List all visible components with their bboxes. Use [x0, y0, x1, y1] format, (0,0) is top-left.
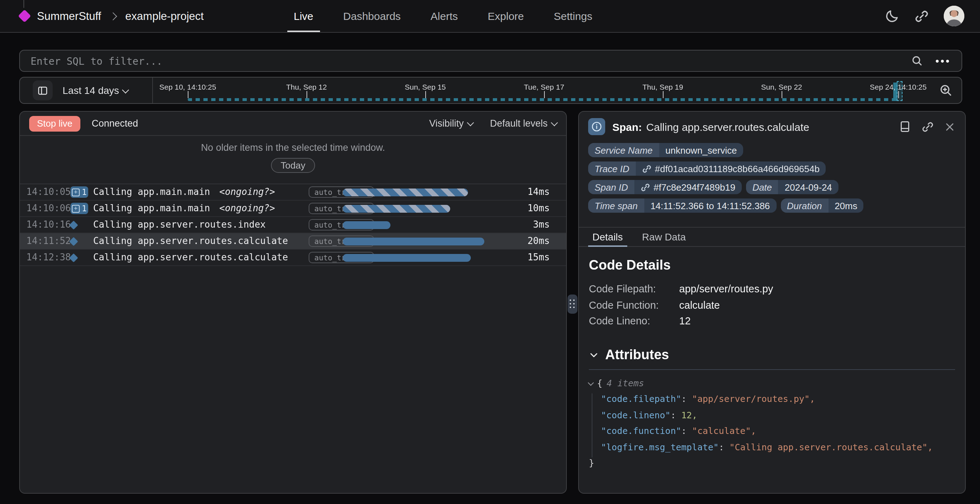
- live-panel-header: Stop live Connected Visibility Default l…: [20, 112, 566, 136]
- attributes-section-toggle[interactable]: Attributes: [589, 347, 955, 362]
- sql-filter-input[interactable]: [29, 54, 911, 67]
- badge-row: Service Nameunknown_service: [588, 143, 956, 157]
- log-row[interactable]: 14:11:52Calling app.server.routes.calcul…: [20, 233, 566, 250]
- attribute-entry: "code.lineno": 12,: [589, 407, 955, 423]
- primary-nav: LiveDashboardsAlertsExploreSettings: [287, 0, 599, 32]
- timeline-tick-mark: [307, 91, 307, 98]
- tab-alerts[interactable]: Alerts: [424, 0, 465, 32]
- log-message-suffix: <ongoing?>: [220, 203, 275, 214]
- tab-explore[interactable]: Explore: [482, 0, 531, 32]
- project-name[interactable]: example-project: [125, 10, 204, 22]
- badge-label: Time span: [588, 198, 644, 213]
- org-name[interactable]: SummerStuff: [37, 10, 101, 22]
- zoom-in-icon[interactable]: [939, 83, 953, 97]
- timeline-bar: Last 14 days Sep 10, 14:10:25Thu, Sep 12…: [19, 77, 962, 104]
- duration-label: 3ms: [533, 217, 550, 233]
- link-icon[interactable]: [641, 182, 650, 192]
- log-timestamp: 14:11:52: [26, 233, 71, 249]
- tab-settings[interactable]: Settings: [547, 0, 598, 32]
- visibility-dropdown[interactable]: Visibility: [429, 118, 473, 129]
- span-diamond-icon: [69, 253, 78, 262]
- chevron-down-icon: [551, 119, 558, 126]
- panel-resize-handle[interactable]: [568, 295, 578, 314]
- badge-value: #f7c8e294f7489b19: [634, 180, 742, 194]
- link-icon[interactable]: [642, 164, 651, 173]
- code-detail-row: Code Lineno:12: [589, 313, 955, 329]
- log-rows: 14:10:05+1Calling app.main.main<ongoing?…: [20, 184, 566, 266]
- expand-children-badge[interactable]: +1: [70, 203, 88, 214]
- tab-details[interactable]: Details: [588, 228, 627, 246]
- timeline-track[interactable]: Sep 10, 14:10:25Thu, Sep 12Sun, Sep 15Tu…: [20, 78, 961, 103]
- json-key: "code.lineno": [601, 409, 671, 420]
- badge-label: Span ID: [588, 180, 634, 194]
- tab-raw-data[interactable]: Raw Data: [638, 228, 690, 246]
- copy-span-link-icon[interactable]: [922, 121, 934, 133]
- badge-row: Span ID #f7c8e294f7489b19Date2024-09-24: [588, 180, 956, 194]
- chevron-down-icon: [467, 119, 474, 126]
- span-diamond-icon: [69, 236, 78, 246]
- more-options-icon[interactable]: •••: [935, 57, 951, 64]
- dark-mode-toggle-icon[interactable]: [885, 8, 900, 24]
- json-entries: "code.filepath": "app/server/routes.py",…: [589, 391, 955, 455]
- code-details-heading: Code Details: [589, 257, 955, 273]
- badge-label: Date: [746, 180, 778, 194]
- badge-value-text: #f7c8e294f7489b19: [654, 182, 735, 192]
- span-meta-badges: Service Nameunknown_serviceTrace ID #df0…: [579, 141, 965, 213]
- badge-value: 2024-09-24: [778, 180, 838, 194]
- span-diamond-icon: [69, 220, 78, 229]
- badge-row: Time span14:11:52.366 to 14:11:52.386Dur…: [588, 198, 956, 213]
- json-colon: :: [681, 426, 692, 436]
- timeline-activity-line: [188, 98, 898, 101]
- child-count: 1: [82, 203, 87, 214]
- user-avatar[interactable]: [944, 6, 964, 26]
- meta-badge-duration: Duration20ms: [781, 198, 864, 213]
- log-message: Calling app.main.main<ongoing?>: [93, 184, 275, 200]
- code-detail-value: 12: [679, 313, 690, 329]
- json-collapse-icon[interactable]: [588, 380, 594, 386]
- timeline-tick-label: Sun, Sep 22: [761, 83, 802, 91]
- json-value: "app/server/routes.py",: [692, 393, 815, 404]
- badge-label: Duration: [781, 198, 828, 213]
- close-icon[interactable]: [945, 121, 955, 132]
- json-open-brace: {: [597, 375, 602, 391]
- timeline-tick-mark: [898, 91, 899, 98]
- log-row-icon-slot: [70, 233, 77, 249]
- log-row-icon-slot: +1: [70, 201, 88, 216]
- code-detail-row: Code Filepath:app/server/routes.py: [589, 281, 955, 297]
- log-timestamp: 14:10:05: [26, 184, 71, 200]
- timeline-tick-label: Sun, Sep 15: [405, 83, 446, 91]
- json-root-line: { 4 items: [589, 375, 955, 391]
- badge-value-text: 20ms: [835, 200, 858, 211]
- chevron-down-icon: [589, 349, 599, 360]
- expand-children-badge[interactable]: +1: [70, 187, 88, 198]
- badge-value: #df01acad0311189c8b66a466d969654b: [636, 161, 826, 176]
- tab-dashboards[interactable]: Dashboards: [337, 0, 407, 32]
- log-row[interactable]: 14:12:38Calling app.server.routes.calcul…: [20, 250, 566, 266]
- log-timestamp: 14:10:16: [26, 217, 71, 233]
- default-levels-dropdown[interactable]: Default levels: [490, 118, 557, 129]
- badge-value: 14:11:52.366 to 14:11:52.386: [644, 198, 776, 213]
- timeline-tick-mark: [781, 91, 782, 98]
- timeline-tick-label: Thu, Sep 19: [643, 83, 683, 91]
- tab-live[interactable]: Live: [287, 0, 320, 32]
- log-row[interactable]: 14:10:05+1Calling app.main.main<ongoing?…: [20, 184, 566, 201]
- today-button[interactable]: Today: [270, 158, 315, 173]
- connection-status: Connected: [92, 118, 138, 129]
- log-row-icon-slot: [70, 250, 77, 265]
- sql-filter-bar: •••: [19, 50, 962, 72]
- top-actions: [885, 0, 964, 32]
- log-row[interactable]: 14:10:06+1Calling app.main.main<ongoing?…: [20, 201, 566, 217]
- dock-panel-icon[interactable]: [899, 120, 911, 133]
- meta-badge-service-name: Service Nameunknown_service: [588, 143, 743, 157]
- log-message: Calling app.server.routes.calculate: [93, 250, 288, 265]
- copy-link-icon[interactable]: [915, 9, 929, 23]
- badge-value-text: #df01acad0311189c8b66a466d969654b: [655, 163, 819, 174]
- code-detail-value: app/server/routes.py: [679, 281, 773, 297]
- stop-live-button[interactable]: Stop live: [29, 116, 80, 131]
- detail-tabs: DetailsRaw Data: [579, 227, 965, 247]
- top-navigation-bar: SummerStuff example-project LiveDashboar…: [0, 0, 980, 33]
- empty-notice-text: No older items in the selected time wind…: [20, 142, 566, 153]
- search-icon[interactable]: [911, 55, 923, 67]
- json-close-brace: }: [589, 455, 955, 471]
- log-row[interactable]: 14:10:16Calling app.server.routes.indexa…: [20, 217, 566, 233]
